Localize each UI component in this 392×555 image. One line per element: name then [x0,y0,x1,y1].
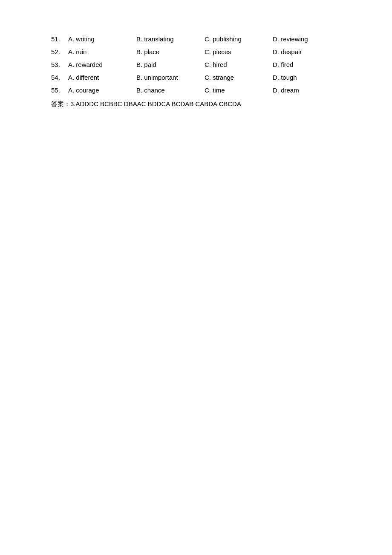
question-num-55: 55. [51,85,68,95]
question-num-54: 54. [51,72,68,83]
question-row-52: 52. A. ruin B. place C. pieces D. despai… [51,47,341,57]
question-num-52: 52. [51,47,68,57]
option-52-c: C. pieces [205,47,273,57]
answer-label: 答案： [51,100,70,107]
option-53-d: D. fired [273,60,341,70]
question-row-53: 53. A. rewarded B. paid C. hired D. fire… [51,60,341,70]
option-52-a: A. ruin [68,47,136,57]
option-53-c: C. hired [205,60,273,70]
question-row-54: 54. A. different B. unimportant C. stran… [51,72,341,83]
main-content: 51. A. writing B. translating C. publish… [0,0,392,143]
option-51-b: B. translating [136,34,205,44]
option-52-b: B. place [136,47,205,57]
option-51-d: D. reviewing [273,34,341,44]
question-row-55: 55. A. courage B. chance C. time D. drea… [51,85,341,95]
option-55-a: A. courage [68,85,136,95]
option-55-c: C. time [205,85,273,95]
option-51-c: C. publishing [205,34,273,44]
option-53-b: B. paid [136,60,205,70]
option-54-b: B. unimportant [136,72,205,83]
answer-value: 3.ADDDC BCBBC DBAAC BDDCA BCDAB CABDA CB… [70,100,241,107]
question-row-51: 51. A. writing B. translating C. publish… [51,34,341,44]
answer-section: 答案：3.ADDDC BCBBC DBAAC BDDCA BCDAB CABDA… [51,99,341,109]
question-num-53: 53. [51,60,68,70]
option-54-d: D. tough [273,72,341,83]
option-55-b: B. chance [136,85,205,95]
option-55-d: D. dream [273,85,341,95]
question-num-51: 51. [51,34,68,44]
option-52-d: D. despair [273,47,341,57]
option-51-a: A. writing [68,34,136,44]
option-54-c: C. strange [205,72,273,83]
option-54-a: A. different [68,72,136,83]
option-53-a: A. rewarded [68,60,136,70]
